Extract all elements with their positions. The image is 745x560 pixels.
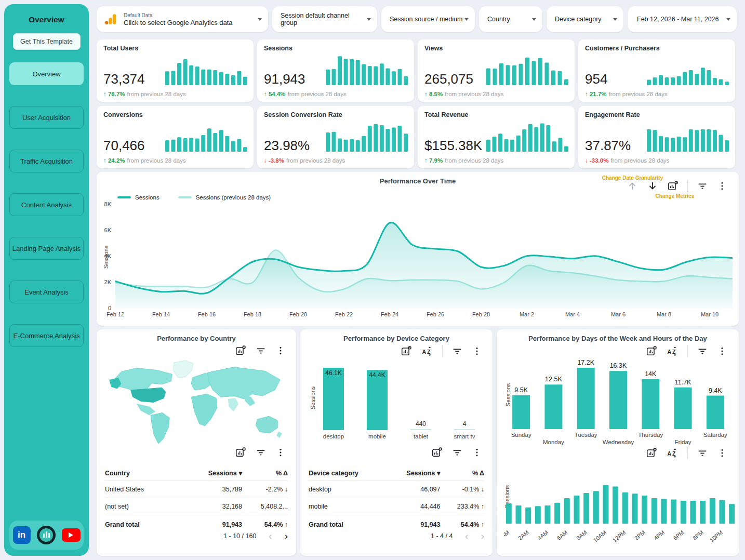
svg-text:12.5K: 12.5K <box>545 376 562 383</box>
more-vert-icon[interactable] <box>275 345 286 356</box>
chart-settings-icon[interactable] <box>235 345 246 356</box>
filter-session-default-channel-group[interactable]: Session default channel group <box>272 6 377 32</box>
prev-page-icon[interactable]: ‹ <box>269 531 272 541</box>
table-row[interactable]: mobile44,446233.4% ↑ <box>309 498 484 515</box>
table-row[interactable]: United States35,789-2.2% ↓ <box>105 481 288 498</box>
svg-text:8AM: 8AM <box>575 529 588 541</box>
kpi-title: Session Conversion Rate <box>264 111 342 118</box>
filter-icon[interactable] <box>255 345 267 356</box>
data-source-selector[interactable]: Default Data Click to select Google Anal… <box>97 6 268 32</box>
sort-az-icon[interactable]: AZ <box>421 345 433 357</box>
svg-text:8PM: 8PM <box>691 529 704 541</box>
column-header-sessions[interactable]: Sessions▾ <box>386 469 441 477</box>
date-range-picker[interactable]: Feb 12, 2026 - Mar 11, 2026 <box>628 6 737 32</box>
legend-item-sessions-previous[interactable]: Sessions (previous 28 days) <box>178 194 271 201</box>
filter-label: Country <box>487 16 510 23</box>
chart-settings-icon[interactable] <box>646 345 657 357</box>
svg-text:4: 4 <box>463 420 467 428</box>
table-row[interactable]: (not set)32,1685,408.2... <box>105 498 288 515</box>
performance-by-country-card: Performance by Country CountrySessions▾%… <box>97 329 296 556</box>
more-vert-icon[interactable] <box>472 345 482 357</box>
cell-sessions: 91,943 <box>185 521 242 528</box>
prev-page-icon[interactable]: ‹ <box>465 531 468 541</box>
filter-country[interactable]: Country <box>479 6 542 32</box>
more-vert-icon[interactable] <box>717 180 727 192</box>
filter-icon[interactable] <box>697 345 708 357</box>
filter-label: Device category <box>555 16 602 23</box>
kpi-sparkline <box>486 119 568 153</box>
sort-az-icon[interactable]: AZ <box>666 447 679 459</box>
kpi-card-session-conversion-rate: Session Conversion Rate23.98%↓ -3.8%from… <box>257 106 414 168</box>
sidebar-item-e-commerce-analysis[interactable]: E-Commerce Analysis <box>9 324 84 347</box>
down-arrow-icon: ↓ -3.8% <box>264 157 284 164</box>
device-bar-chart[interactable]: 46.1Kdesktop44.4Kmobile440tablet4smart t… <box>312 358 486 442</box>
chart-settings-icon[interactable] <box>235 447 246 458</box>
x-tick: Feb 24 <box>381 311 398 317</box>
sidebar-item-event-analysis[interactable]: Event Analysis <box>9 281 84 303</box>
table-row[interactable]: desktop46,097-0.1% ↓ <box>309 481 484 498</box>
sidebar-item-user-acquisition[interactable]: User Acquisition <box>9 106 84 129</box>
column-header-sessions[interactable]: Sessions▾ <box>185 469 242 477</box>
kpi-delta-note: from previous 28 days <box>127 157 186 164</box>
sort-az-icon[interactable]: AZ <box>666 345 679 357</box>
more-vert-icon[interactable] <box>472 447 482 458</box>
x-tick: Mar 2 <box>520 311 534 317</box>
cell-sessions: 32,168 <box>185 503 242 510</box>
chart-settings-icon[interactable] <box>401 345 412 357</box>
filter-label: Session source / medium <box>390 16 462 23</box>
toolbar-divider <box>687 180 688 192</box>
kpi-value: 73,374 <box>103 71 145 87</box>
youtube-icon[interactable] <box>62 528 81 542</box>
more-vert-icon[interactable] <box>717 447 727 459</box>
cell-delta: -0.1% ↓ <box>440 486 484 493</box>
pagination: 1 - 4 / 4 ‹ › <box>431 531 484 541</box>
x-tick: Feb 16 <box>198 311 216 317</box>
kpi-sparkline <box>486 53 568 86</box>
svg-text:A: A <box>667 349 671 355</box>
kpi-value: 70,466 <box>103 138 145 154</box>
filter-icon[interactable] <box>451 345 463 357</box>
hours-bar-chart[interactable]: 12AM2AM4AM6AM8AM10AM12PM2PM4PM6PM8PM10PM <box>504 465 737 553</box>
next-page-icon[interactable]: › <box>285 531 288 541</box>
kpi-title: Views <box>424 45 443 52</box>
kpi-delta: ↓ -33.0%from previous 28 days <box>585 157 670 164</box>
brand-logo-icon[interactable] <box>37 526 56 544</box>
filter-device-category[interactable]: Device category <box>547 6 623 32</box>
next-page-icon[interactable]: › <box>481 531 484 541</box>
column-header[interactable]: Device category <box>309 470 386 477</box>
down-arrow-icon: ↓ <box>285 486 288 493</box>
column-header[interactable]: Country <box>105 470 185 477</box>
map-toolbar <box>235 345 286 356</box>
more-vert-icon[interactable] <box>275 447 286 458</box>
arrow-down-icon[interactable] <box>647 180 658 192</box>
cell-name: Grand total <box>309 521 386 528</box>
linkedin-icon[interactable]: in <box>13 526 31 544</box>
filter-icon[interactable] <box>697 180 708 192</box>
get-template-button[interactable]: Get This Template <box>13 33 81 50</box>
arrow-up-icon[interactable] <box>627 180 638 192</box>
world-map[interactable] <box>100 358 293 444</box>
column-header-delta[interactable]: % Δ <box>242 470 288 477</box>
column-header-delta[interactable]: % Δ <box>440 470 484 477</box>
sidebar-item-overview[interactable]: Overview <box>9 62 84 85</box>
sidebar-item-traffic-acquisition[interactable]: Traffic Acquisition <box>9 150 84 172</box>
table-header: CountrySessions▾% Δ <box>105 465 288 481</box>
filter-icon[interactable] <box>697 447 708 459</box>
sidebar-item-content-analysis[interactable]: Content Analysis <box>9 193 84 216</box>
line-chart[interactable] <box>115 202 733 311</box>
more-vert-icon[interactable] <box>717 345 727 357</box>
chart-settings-icon[interactable] <box>431 447 443 458</box>
filter-icon[interactable] <box>451 447 463 458</box>
days-bar-chart[interactable]: 9.5KSunday12.5KMonday17.2KTuesday16.3KWe… <box>505 356 731 447</box>
performance-over-time-card: Performance Over Time Change Date Granul… <box>97 172 739 326</box>
legend-item-sessions[interactable]: Sessions <box>117 194 159 201</box>
chart-settings-icon[interactable] <box>646 447 657 459</box>
filter-icon[interactable] <box>255 447 267 458</box>
svg-text:17.2K: 17.2K <box>577 359 594 366</box>
kpi-card-sessions: Sessions91,943↑ 54.4%from previous 28 da… <box>257 39 414 102</box>
chart-settings-icon[interactable] <box>667 180 679 192</box>
filter-session-source-medium[interactable]: Session source / medium <box>381 6 475 32</box>
date-range-value: Feb 12, 2026 - Mar 11, 2026 <box>637 16 719 23</box>
sidebar-item-landing-page-analysis[interactable]: Landing Page Analysis <box>9 237 84 260</box>
kpi-title: Total Revenue <box>424 111 469 118</box>
